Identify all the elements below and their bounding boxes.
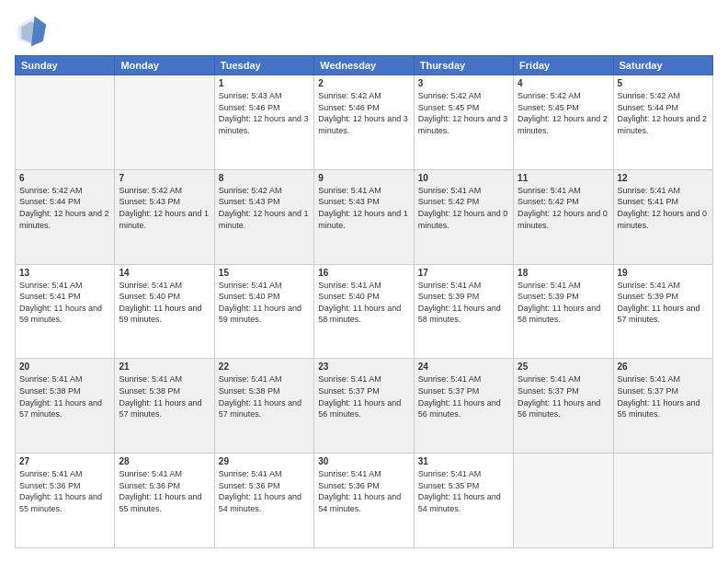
day-number: 31 — [418, 456, 509, 466]
day-info: Sunrise: 5:41 AM Sunset: 5:40 PM Dayligh… — [219, 280, 310, 326]
day-number: 29 — [219, 456, 310, 466]
day-info: Sunrise: 5:41 AM Sunset: 5:39 PM Dayligh… — [518, 280, 609, 326]
calendar-week-row: 27Sunrise: 5:41 AM Sunset: 5:36 PM Dayli… — [16, 454, 713, 548]
day-number: 21 — [119, 362, 210, 372]
calendar-cell — [115, 75, 214, 170]
weekday-header: Sunday — [16, 56, 115, 75]
day-number: 16 — [318, 268, 409, 278]
day-info: Sunrise: 5:41 AM Sunset: 5:37 PM Dayligh… — [318, 373, 409, 419]
day-number: 17 — [418, 268, 509, 278]
calendar-week-row: 20Sunrise: 5:41 AM Sunset: 5:38 PM Dayli… — [16, 359, 713, 454]
day-info: Sunrise: 5:41 AM Sunset: 5:40 PM Dayligh… — [318, 280, 409, 326]
day-info: Sunrise: 5:41 AM Sunset: 5:42 PM Dayligh… — [418, 185, 509, 231]
day-info: Sunrise: 5:41 AM Sunset: 5:35 PM Dayligh… — [418, 468, 509, 514]
day-number: 3 — [418, 78, 509, 88]
day-number: 15 — [219, 268, 310, 278]
day-info: Sunrise: 5:42 AM Sunset: 5:44 PM Dayligh… — [19, 185, 110, 231]
calendar-cell: 26Sunrise: 5:41 AM Sunset: 5:37 PM Dayli… — [613, 359, 712, 454]
page: SundayMondayTuesdayWednesdayThursdayFrid… — [0, 0, 728, 563]
calendar-header-row: SundayMondayTuesdayWednesdayThursdayFrid… — [16, 56, 713, 75]
weekday-header: Wednesday — [314, 56, 414, 75]
day-number: 30 — [318, 456, 409, 466]
calendar-cell: 21Sunrise: 5:41 AM Sunset: 5:38 PM Dayli… — [115, 359, 214, 454]
day-info: Sunrise: 5:41 AM Sunset: 5:38 PM Dayligh… — [219, 373, 310, 419]
calendar-cell: 31Sunrise: 5:41 AM Sunset: 5:35 PM Dayli… — [414, 454, 513, 548]
day-info: Sunrise: 5:43 AM Sunset: 5:46 PM Dayligh… — [219, 90, 310, 136]
day-info: Sunrise: 5:41 AM Sunset: 5:36 PM Dayligh… — [119, 468, 210, 514]
day-info: Sunrise: 5:42 AM Sunset: 5:45 PM Dayligh… — [418, 90, 509, 136]
day-info: Sunrise: 5:41 AM Sunset: 5:37 PM Dayligh… — [618, 373, 709, 419]
calendar-week-row: 6Sunrise: 5:42 AM Sunset: 5:44 PM Daylig… — [16, 169, 713, 264]
calendar-week-row: 13Sunrise: 5:41 AM Sunset: 5:41 PM Dayli… — [16, 264, 713, 359]
calendar-cell: 22Sunrise: 5:41 AM Sunset: 5:38 PM Dayli… — [214, 359, 313, 454]
calendar: SundayMondayTuesdayWednesdayThursdayFrid… — [15, 55, 713, 548]
day-number: 28 — [119, 456, 210, 466]
calendar-cell: 29Sunrise: 5:41 AM Sunset: 5:36 PM Dayli… — [214, 454, 313, 548]
day-number: 22 — [219, 362, 310, 372]
day-info: Sunrise: 5:41 AM Sunset: 5:37 PM Dayligh… — [518, 373, 609, 419]
calendar-cell — [16, 75, 115, 170]
calendar-cell: 5Sunrise: 5:42 AM Sunset: 5:44 PM Daylig… — [613, 75, 712, 170]
day-number: 25 — [518, 362, 609, 372]
day-number: 26 — [618, 362, 709, 372]
calendar-cell: 30Sunrise: 5:41 AM Sunset: 5:36 PM Dayli… — [314, 454, 414, 548]
day-number: 23 — [318, 362, 409, 372]
calendar-cell: 9Sunrise: 5:41 AM Sunset: 5:43 PM Daylig… — [314, 169, 414, 264]
calendar-cell — [613, 454, 712, 548]
calendar-cell: 16Sunrise: 5:41 AM Sunset: 5:40 PM Dayli… — [314, 264, 414, 359]
calendar-cell: 4Sunrise: 5:42 AM Sunset: 5:45 PM Daylig… — [514, 75, 613, 170]
calendar-cell: 27Sunrise: 5:41 AM Sunset: 5:36 PM Dayli… — [16, 454, 115, 548]
day-info: Sunrise: 5:41 AM Sunset: 5:39 PM Dayligh… — [618, 280, 709, 326]
logo-icon — [15, 15, 48, 48]
day-number: 24 — [418, 362, 509, 372]
day-number: 9 — [318, 173, 409, 183]
calendar-cell: 20Sunrise: 5:41 AM Sunset: 5:38 PM Dayli… — [16, 359, 115, 454]
day-number: 14 — [119, 268, 210, 278]
calendar-cell: 25Sunrise: 5:41 AM Sunset: 5:37 PM Dayli… — [514, 359, 613, 454]
day-info: Sunrise: 5:42 AM Sunset: 5:44 PM Dayligh… — [618, 90, 709, 136]
weekday-header: Tuesday — [214, 56, 313, 75]
day-info: Sunrise: 5:41 AM Sunset: 5:37 PM Dayligh… — [418, 373, 509, 419]
day-info: Sunrise: 5:41 AM Sunset: 5:41 PM Dayligh… — [618, 185, 709, 231]
day-number: 7 — [119, 173, 210, 183]
calendar-cell: 3Sunrise: 5:42 AM Sunset: 5:45 PM Daylig… — [414, 75, 513, 170]
calendar-cell: 8Sunrise: 5:42 AM Sunset: 5:43 PM Daylig… — [214, 169, 313, 264]
calendar-cell: 19Sunrise: 5:41 AM Sunset: 5:39 PM Dayli… — [613, 264, 712, 359]
day-number: 11 — [518, 173, 609, 183]
weekday-header: Thursday — [414, 56, 513, 75]
day-info: Sunrise: 5:41 AM Sunset: 5:36 PM Dayligh… — [19, 468, 110, 514]
calendar-cell: 11Sunrise: 5:41 AM Sunset: 5:42 PM Dayli… — [514, 169, 613, 264]
calendar-cell: 12Sunrise: 5:41 AM Sunset: 5:41 PM Dayli… — [613, 169, 712, 264]
calendar-cell — [514, 454, 613, 548]
day-number: 13 — [19, 268, 110, 278]
day-number: 19 — [618, 268, 709, 278]
day-info: Sunrise: 5:41 AM Sunset: 5:36 PM Dayligh… — [219, 468, 310, 514]
day-info: Sunrise: 5:41 AM Sunset: 5:38 PM Dayligh… — [19, 373, 110, 419]
day-number: 8 — [219, 173, 310, 183]
calendar-cell: 15Sunrise: 5:41 AM Sunset: 5:40 PM Dayli… — [214, 264, 313, 359]
day-info: Sunrise: 5:41 AM Sunset: 5:36 PM Dayligh… — [318, 468, 409, 514]
weekday-header: Friday — [514, 56, 613, 75]
day-number: 1 — [219, 78, 310, 88]
weekday-header: Saturday — [613, 56, 712, 75]
day-info: Sunrise: 5:41 AM Sunset: 5:40 PM Dayligh… — [119, 280, 210, 326]
calendar-cell: 7Sunrise: 5:42 AM Sunset: 5:43 PM Daylig… — [115, 169, 214, 264]
day-info: Sunrise: 5:42 AM Sunset: 5:45 PM Dayligh… — [518, 90, 609, 136]
day-number: 20 — [19, 362, 110, 372]
calendar-cell: 2Sunrise: 5:42 AM Sunset: 5:46 PM Daylig… — [314, 75, 414, 170]
calendar-cell: 10Sunrise: 5:41 AM Sunset: 5:42 PM Dayli… — [414, 169, 513, 264]
day-info: Sunrise: 5:41 AM Sunset: 5:41 PM Dayligh… — [19, 280, 110, 326]
calendar-cell: 17Sunrise: 5:41 AM Sunset: 5:39 PM Dayli… — [414, 264, 513, 359]
header — [15, 15, 713, 48]
day-number: 12 — [618, 173, 709, 183]
calendar-cell: 6Sunrise: 5:42 AM Sunset: 5:44 PM Daylig… — [16, 169, 115, 264]
calendar-cell: 18Sunrise: 5:41 AM Sunset: 5:39 PM Dayli… — [514, 264, 613, 359]
day-info: Sunrise: 5:42 AM Sunset: 5:46 PM Dayligh… — [318, 90, 409, 136]
day-number: 18 — [518, 268, 609, 278]
calendar-cell: 1Sunrise: 5:43 AM Sunset: 5:46 PM Daylig… — [214, 75, 313, 170]
day-number: 10 — [418, 173, 509, 183]
day-info: Sunrise: 5:41 AM Sunset: 5:42 PM Dayligh… — [518, 185, 609, 231]
day-info: Sunrise: 5:41 AM Sunset: 5:43 PM Dayligh… — [318, 185, 409, 231]
weekday-header: Monday — [115, 56, 214, 75]
calendar-cell: 24Sunrise: 5:41 AM Sunset: 5:37 PM Dayli… — [414, 359, 513, 454]
